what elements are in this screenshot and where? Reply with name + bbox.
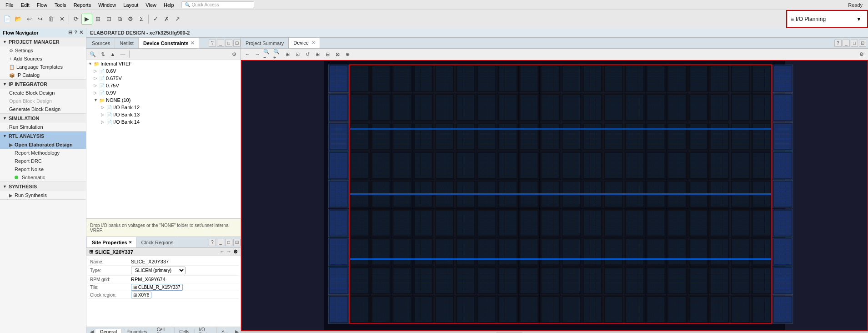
toolbar-sum-btn[interactable]: Σ	[136, 14, 147, 25]
footer-tab-cells[interactable]: Cells	[175, 329, 194, 333]
device-tb-forward[interactable]: →	[253, 50, 262, 59]
device-canvas[interactable]	[241, 60, 868, 331]
toolbar-cross-btn[interactable]: ✗	[161, 14, 172, 25]
device-tab-device-close[interactable]: ✕	[311, 40, 315, 45]
menu-edit[interactable]: Edit	[17, 1, 33, 9]
nav-question-icon[interactable]: ?	[74, 30, 77, 35]
tab-site-properties[interactable]: Site Properties ×	[87, 237, 136, 247]
tab-device-constraints-close[interactable]: ✕	[191, 40, 194, 45]
device-tb-fit-selection[interactable]: ⊞	[283, 50, 292, 59]
quick-access-input[interactable]: 🔍 Quick Access	[181, 1, 254, 8]
nav-report-drc[interactable]: Report DRC	[0, 157, 86, 165]
nav-generate-block[interactable]: Generate Block Design	[0, 105, 86, 113]
tree-item-bank13[interactable]: ▷ 📄 I/O Bank 13	[86, 111, 241, 118]
tree-item-06v[interactable]: ▷ 📄 0.6V	[86, 67, 241, 75]
toolbar-program-btn[interactable]: ⊞	[92, 14, 103, 25]
toolbar-undo-btn[interactable]: ↩	[24, 14, 35, 25]
footer-tab-cellpins[interactable]: Cell Pins	[152, 327, 175, 333]
nav-ip-catalog[interactable]: 📦 IP Catalog	[0, 71, 86, 79]
device-tb-zoom-in[interactable]: 🔍+	[273, 50, 282, 59]
toolbar-check-btn[interactable]: ✓	[150, 14, 161, 25]
nav-close-icon[interactable]: ✕	[79, 30, 83, 35]
toolbar-open-btn[interactable]: 📂	[13, 14, 24, 25]
footer-tab-ioports[interactable]: I/O Ports	[195, 327, 217, 333]
device-panel-question[interactable]: ?	[834, 40, 842, 47]
device-tb-back[interactable]: ←	[243, 50, 252, 59]
nav-open-block[interactable]: Open Block Design	[0, 97, 86, 105]
toolbar-delete-btn[interactable]: 🗑	[45, 14, 56, 25]
tree-item-bank12[interactable]: ▷ 📄 I/O Bank 12	[86, 104, 241, 111]
sub-tb-minus[interactable]: —	[118, 50, 127, 59]
sub-panel-min[interactable]: _	[217, 40, 224, 47]
bottom-panel-min[interactable]: _	[217, 239, 224, 246]
io-planning-selector[interactable]: ≡ I/O Planning ▼	[786, 10, 868, 28]
device-panel-float[interactable]: ⊡	[859, 40, 866, 47]
toolbar-arrow-btn[interactable]: ↗	[172, 14, 183, 25]
nav-open-elab[interactable]: ▶ Open Elaborated Design	[0, 141, 86, 149]
device-panel-max[interactable]: □	[851, 40, 858, 47]
toolbar-settings-btn[interactable]: ⚙	[125, 14, 136, 25]
tree-item-09v[interactable]: ▷ 📄 0.9V	[86, 89, 241, 96]
menu-help[interactable]: Help	[160, 1, 178, 9]
sub-panel-max[interactable]: □	[225, 40, 232, 47]
bottom-panel-question[interactable]: ?	[209, 239, 216, 246]
sub-panel-float[interactable]: ⊡	[233, 40, 241, 47]
tree-internal-vref[interactable]: ▼ 📁 Internal VREF	[86, 60, 241, 67]
nav-section-project-header[interactable]: ▼ PROJECT MANAGER	[0, 37, 86, 46]
device-tb-zoom-out[interactable]: 🔍−	[263, 50, 272, 59]
device-tb-settings[interactable]: ⚙	[857, 50, 866, 59]
toolbar-run-btn[interactable]: ▶	[81, 14, 92, 25]
tree-item-0675v[interactable]: ▷ 📄 0.675V	[86, 75, 241, 82]
toolbar-redo-btn[interactable]: ↪	[35, 14, 45, 25]
device-panel-min[interactable]: _	[843, 40, 850, 47]
menu-reports[interactable]: Reports	[70, 1, 95, 9]
footer-next[interactable]: ▶	[233, 329, 241, 333]
menu-view[interactable]: View	[142, 1, 160, 9]
nav-run-sim[interactable]: Run Simulation	[0, 123, 86, 131]
tab-sources[interactable]: Sources	[87, 38, 115, 48]
toolbar-close-btn[interactable]: ✕	[56, 14, 67, 25]
menu-file[interactable]: File	[2, 1, 17, 9]
device-tb-grid2[interactable]: ⊟	[323, 50, 332, 59]
device-tab-project-summary[interactable]: Project Summary	[241, 38, 289, 48]
nav-section-synth-header[interactable]: ▼ SYNTHESIS	[0, 182, 86, 191]
menu-flow[interactable]: Flow	[33, 1, 51, 9]
nav-add-sources[interactable]: + Add Sources	[0, 55, 86, 63]
footer-prev[interactable]: ◀	[88, 329, 95, 333]
tab-device-constraints[interactable]: Device Constraints ✕	[139, 38, 199, 48]
nav-section-sim-header[interactable]: ▼ SIMULATION	[0, 114, 86, 123]
footer-tab-more[interactable]: S...	[217, 329, 233, 333]
footer-tab-properties[interactable]: Properties	[122, 329, 152, 333]
site-settings-icon[interactable]: ⚙	[233, 249, 238, 255]
sub-tb-search[interactable]: 🔍	[88, 50, 97, 59]
sub-panel-question[interactable]: ?	[209, 40, 216, 47]
footer-tab-general[interactable]: General	[95, 329, 122, 333]
sub-tb-filter[interactable]: ⇅	[98, 50, 107, 59]
tab-clock-regions[interactable]: Clock Regions	[136, 237, 178, 247]
sub-tb-up[interactable]: ▲	[108, 50, 117, 59]
toolbar-restore-btn[interactable]: ⟳	[70, 14, 81, 25]
device-tb-rotate[interactable]: ↺	[303, 50, 312, 59]
tree-item-none[interactable]: ▼ 📁 NONE (10)	[86, 96, 241, 104]
menu-layout[interactable]: Layout	[120, 1, 142, 9]
site-back-icon[interactable]: ←	[220, 249, 225, 255]
toolbar-new-btn[interactable]: 📄	[2, 14, 13, 25]
prop-type-select[interactable]: SLICEM (primary)	[131, 267, 186, 274]
device-scrollbar-h[interactable]: ◀ ▶	[241, 331, 868, 333]
nav-run-synth[interactable]: ▶ Run Synthesis	[0, 191, 86, 199]
nav-pin-icon[interactable]: ⊟	[68, 30, 72, 35]
nav-create-block[interactable]: Create Block Design	[0, 89, 86, 97]
toolbar-copy-btn[interactable]: ⧉	[114, 14, 125, 25]
device-tb-grid3[interactable]: ⊠	[333, 50, 342, 59]
tab-netlist[interactable]: Netlist	[115, 38, 139, 48]
menu-window[interactable]: Window	[95, 1, 120, 9]
bottom-panel-max[interactable]: □	[225, 239, 232, 246]
menu-tools[interactable]: Tools	[51, 1, 70, 9]
tree-item-bank14[interactable]: ▷ 📄 I/O Bank 14	[86, 118, 241, 126]
nav-section-ip-header[interactable]: ▼ IP INTEGRATOR	[0, 80, 86, 89]
sub-tb-settings[interactable]: ⚙	[230, 50, 239, 59]
nav-report-noise[interactable]: Report Noise	[0, 165, 86, 173]
nav-language-templates[interactable]: 📋 Language Templates	[0, 63, 86, 71]
device-tb-grid1[interactable]: ⊞	[313, 50, 322, 59]
device-tb-fit-device[interactable]: ⊡	[293, 50, 302, 59]
